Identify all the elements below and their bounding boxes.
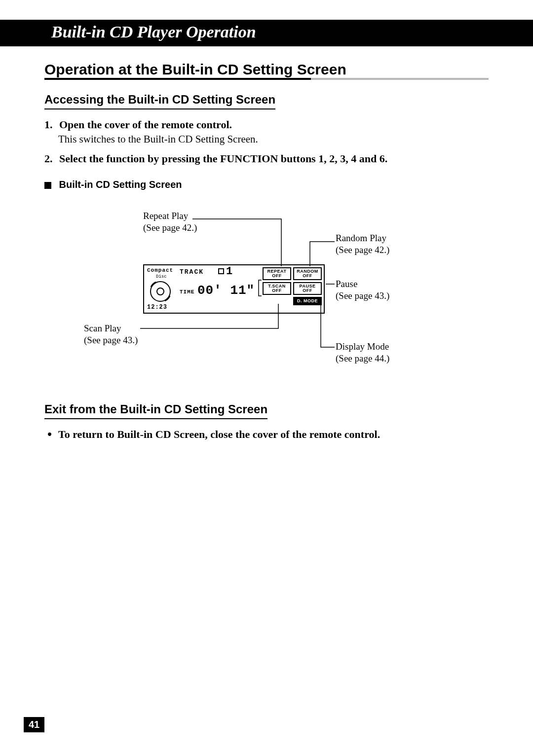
callout-title: Repeat Play (143, 210, 197, 222)
step-1: 1. Open the cover of the remote control.… (58, 118, 489, 145)
manual-page: Built-in CD Player Operation Operation a… (0, 0, 533, 756)
exit-bullet: To return to Built-in CD Screen, close t… (58, 428, 489, 441)
callout-ref: (See page 43.) (84, 334, 138, 346)
chapter-banner: Built-in CD Player Operation (0, 20, 533, 46)
step-number: 2. (44, 152, 57, 165)
step-title: Select the function by pressing the FUNC… (59, 152, 387, 165)
disc-icon (149, 280, 172, 303)
callout-ref: (See page 42.) (143, 222, 197, 234)
callout-repeat-play: Repeat Play (See page 42.) (143, 210, 197, 234)
exit-bullets: To return to Built-in CD Screen, close t… (44, 428, 489, 441)
callout-pause: Pause (See page 43.) (336, 278, 389, 302)
lcd-btn-tscan: T.SCAN OFF (263, 282, 291, 295)
callout-title: Random Play (336, 232, 389, 244)
step-title: Open the cover of the remote control. (59, 118, 232, 131)
callout-ref: (See page 43.) (336, 290, 389, 302)
lcd-function-buttons: REPEAT OFF RANDOM OFF T.SCAN OFF PAUSE (263, 267, 322, 307)
track-label: TRACK (180, 268, 204, 276)
page-number: 41 (24, 717, 44, 732)
lcd-btn-pause: PAUSE OFF (293, 282, 322, 295)
callout-title: Display Mode (336, 341, 389, 353)
subsection-heading-access: Accessing the Built-in CD Setting Screen (44, 93, 275, 109)
lcd-diagram: Repeat Play (See page 42.) Random Play (… (74, 205, 459, 383)
section-heading: Operation at the Built-in CD Setting Scr… (44, 61, 489, 80)
callout-display-mode: Display Mode (See page 44.) (336, 341, 389, 364)
section-title: Operation at the Built-in CD Setting Scr… (44, 61, 489, 78)
diagram-heading: Built-in CD Setting Screen (44, 179, 489, 190)
lcd-btn-repeat: REPEAT OFF (263, 267, 291, 280)
step-description: This switches to the Built-in CD Setting… (58, 133, 489, 145)
section-rule (44, 78, 489, 80)
subsection-heading-exit: Exit from the Built-in CD Setting Screen (44, 402, 267, 419)
chapter-title: Built-in CD Player Operation (7, 23, 256, 41)
callout-scan-play: Scan Play (See page 43.) (84, 323, 138, 346)
track-number: 1 (218, 265, 232, 278)
steps-list: 1. Open the cover of the remote control.… (44, 118, 489, 165)
callout-title: Scan Play (84, 323, 138, 334)
square-bullet-icon (44, 182, 51, 189)
clock-display: 12:23 (147, 304, 167, 311)
lcd-btn-dmode: D. MODE (293, 297, 322, 305)
track-square-icon (218, 268, 224, 274)
callout-ref: (See page 42.) (336, 244, 389, 256)
svg-point-1 (157, 288, 164, 295)
callout-ref: (See page 44.) (336, 353, 389, 364)
compact-disc-label: Compact Disc (147, 267, 173, 279)
step-2: 2. Select the function by pressing the F… (58, 152, 489, 165)
time-value: 00' 11" (197, 283, 255, 298)
step-number: 1. (44, 118, 57, 131)
time-label: TIME (180, 289, 194, 295)
lcd-panel: Compact Disc TRACK 1 12:23 TIME 00' 11" … (143, 264, 325, 314)
callout-random-play: Random Play (See page 42.) (336, 232, 389, 256)
lcd-btn-random: RANDOM OFF (293, 267, 322, 280)
diagram-heading-text: Built-in CD Setting Screen (59, 179, 182, 190)
callout-title: Pause (336, 278, 389, 290)
